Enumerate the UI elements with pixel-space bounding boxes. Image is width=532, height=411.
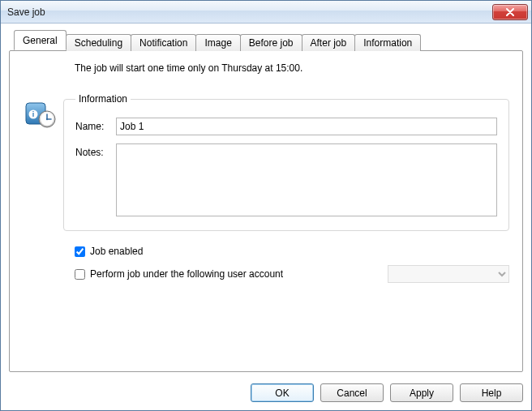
info-section: i Information Name:: [23, 93, 509, 231]
schedule-summary: The job will start one time only on Thur…: [23, 62, 509, 74]
dialog-buttons: OK Cancel Apply Help: [1, 377, 531, 410]
tab-after-job[interactable]: After job: [302, 34, 356, 51]
information-fieldset: Information Name: Notes:: [63, 93, 509, 231]
svg-point-7: [46, 118, 48, 120]
name-label: Name:: [75, 118, 116, 132]
titlebar: Save job: [1, 1, 531, 24]
notes-row: Notes:: [75, 143, 497, 219]
tab-general[interactable]: General: [14, 30, 66, 50]
tab-panel-general: The job will start one time only on Thur…: [9, 50, 523, 372]
tab-notification[interactable]: Notification: [131, 34, 196, 51]
name-row: Name:: [75, 118, 497, 135]
job-enabled-row: Job enabled: [75, 246, 509, 257]
close-icon: [505, 8, 515, 16]
account-select[interactable]: [388, 265, 509, 283]
dialog-body: General Scheduling Notification Image Be…: [1, 24, 531, 377]
job-enabled-label: Job enabled: [90, 246, 143, 257]
run-as-row: Perform job under the following user acc…: [75, 265, 509, 283]
notes-input[interactable]: [116, 143, 497, 216]
run-as-checkbox[interactable]: [75, 269, 85, 280]
name-input[interactable]: [116, 118, 497, 135]
svg-text:i: i: [32, 110, 35, 118]
job-info-icon: i: [23, 93, 63, 133]
apply-button[interactable]: Apply: [390, 383, 453, 402]
run-as-label: Perform job under the following user acc…: [90, 268, 283, 280]
job-enabled-checkbox[interactable]: [75, 246, 85, 257]
save-job-dialog: Save job General Scheduling Notification…: [0, 0, 532, 411]
tab-before-job[interactable]: Before job: [240, 34, 302, 51]
ok-button[interactable]: OK: [251, 383, 314, 402]
tabstrip: General Scheduling Notification Image Be…: [9, 30, 523, 50]
tab-image[interactable]: Image: [195, 34, 240, 51]
options-section: Job enabled Perform job under the follow…: [23, 246, 509, 291]
notes-label: Notes:: [75, 143, 116, 158]
cancel-button[interactable]: Cancel: [320, 383, 384, 402]
tab-scheduling[interactable]: Scheduling: [66, 34, 131, 51]
tab-information[interactable]: Information: [354, 34, 421, 51]
close-button[interactable]: [492, 4, 528, 20]
help-button[interactable]: Help: [460, 383, 523, 402]
information-legend: Information: [75, 93, 131, 105]
window-title: Save job: [7, 6, 492, 18]
